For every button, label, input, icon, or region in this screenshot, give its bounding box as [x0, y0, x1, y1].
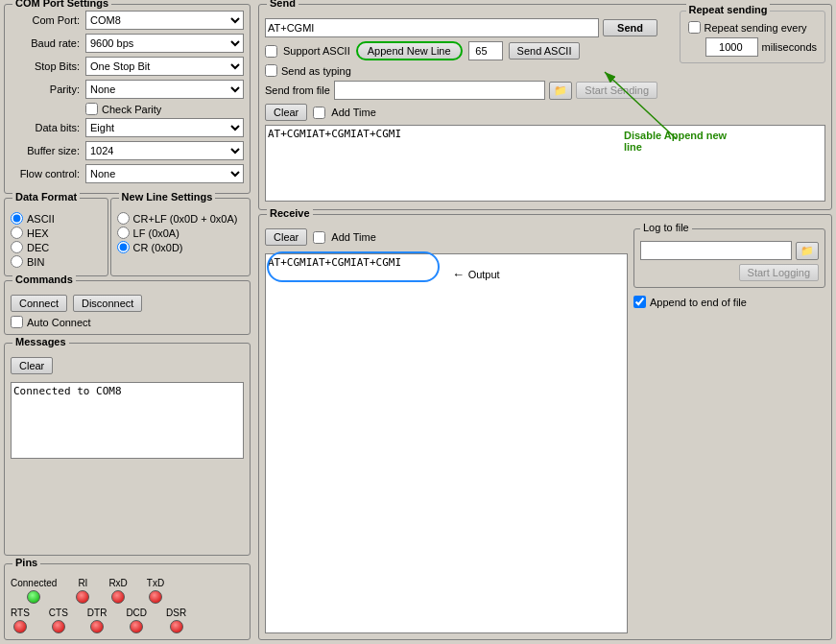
- send-file-browse-button[interactable]: 📁: [549, 82, 572, 100]
- bin-radio[interactable]: [11, 255, 23, 268]
- pin-connected: Connected: [11, 578, 57, 604]
- lf-radio[interactable]: [117, 227, 130, 239]
- dec-radio[interactable]: [11, 241, 23, 253]
- send-textarea[interactable]: AT+CGMIAT+CGMIAT+CGMI: [265, 125, 825, 202]
- ascii-radio-row: ASCII: [11, 212, 102, 225]
- pin-ri-led: [76, 590, 89, 604]
- append-new-line-button[interactable]: Append New Line: [356, 41, 463, 60]
- pin-connected-label: Connected: [11, 578, 57, 588]
- pin-cts-led: [52, 620, 65, 633]
- hex-label: HEX: [27, 227, 49, 239]
- folder-icon: 📁: [554, 84, 567, 96]
- send-button[interactable]: Send: [603, 19, 657, 36]
- pin-dtr-label: DTR: [87, 608, 107, 618]
- check-parity-label: Check Parity: [102, 104, 161, 115]
- hex-radio[interactable]: [11, 227, 23, 239]
- receive-area-wrapper: AT+CGMIAT+CGMIAT+CGMI ← Output: [265, 250, 628, 633]
- commands-row: Connect Disconnect: [11, 295, 244, 312]
- commands-title: Commands: [12, 274, 76, 285]
- append-end-row: Append to end of file: [633, 296, 825, 308]
- stop-bits-select[interactable]: One Stop Bit: [85, 57, 244, 76]
- messages-clear-button[interactable]: Clear: [11, 357, 53, 374]
- send-title: Send: [267, 0, 299, 9]
- com-port-row: Com Port: COM8: [11, 11, 244, 30]
- support-ascii-checkbox[interactable]: [265, 45, 277, 58]
- newline-title: New Line Settings: [119, 191, 216, 203]
- pins-row1: Connected RI RxD TxD: [11, 578, 244, 604]
- pin-rxd-led: [111, 590, 125, 604]
- milliseconds-label: miliseconds: [762, 41, 817, 53]
- pin-cts: CTS: [49, 608, 68, 633]
- ascii-radio[interactable]: [11, 212, 23, 225]
- bin-radio-row: BIN: [11, 255, 102, 268]
- log-file-title: Log to file: [640, 222, 692, 233]
- pin-ri-label: RI: [78, 578, 87, 588]
- num-input[interactable]: [468, 41, 503, 60]
- send-ascii-button[interactable]: Send ASCII: [509, 42, 581, 60]
- append-end-checkbox[interactable]: [633, 296, 646, 308]
- messages-textarea[interactable]: [11, 382, 244, 459]
- receive-right: Log to file 📁 Start Logging Append to en…: [633, 228, 825, 633]
- log-folder-icon: 📁: [800, 245, 814, 256]
- newline-settings-group: New Line Settings CR+LF (0x0D + 0x0A) LF…: [110, 198, 251, 276]
- pin-connected-led: [27, 590, 40, 604]
- send-input-field[interactable]: [265, 18, 599, 37]
- com-port-select[interactable]: COM8: [85, 11, 244, 30]
- auto-connect-label: Auto Connect: [27, 317, 91, 328]
- log-file-input[interactable]: [640, 241, 792, 260]
- buffer-size-select[interactable]: 1024: [85, 141, 244, 160]
- com-port-settings-title: COM Port Settings: [12, 0, 111, 9]
- receive-clear-button[interactable]: Clear: [265, 228, 307, 246]
- crlf-radio[interactable]: [117, 212, 130, 225]
- lf-radio-row: LF (0x0A): [117, 227, 244, 239]
- receive-add-time-checkbox[interactable]: [313, 231, 325, 244]
- auto-connect-checkbox[interactable]: [11, 316, 23, 328]
- messages-group: Messages Clear: [4, 343, 251, 556]
- start-sending-button[interactable]: Start Sending: [576, 82, 657, 99]
- pin-rts-led: [13, 620, 27, 633]
- repeat-sending-checkbox[interactable]: [688, 21, 701, 34]
- disconnect-button[interactable]: Disconnect: [73, 295, 142, 312]
- repeat-sending-title: Repeat sending: [686, 4, 771, 15]
- com-port-label: Com Port:: [11, 14, 80, 26]
- add-time-checkbox[interactable]: [313, 107, 325, 119]
- send-file-input[interactable]: [334, 81, 545, 100]
- add-time-label: Add Time: [331, 107, 375, 118]
- check-parity-row: Check Parity: [85, 103, 244, 115]
- receive-textarea[interactable]: AT+CGMIAT+CGMIAT+CGMI: [265, 253, 628, 633]
- repeat-sending-row: Repeat sending every: [688, 21, 817, 34]
- hex-radio-row: HEX: [11, 227, 102, 239]
- send-from-file-label: Send from file: [265, 84, 330, 96]
- pins-group: Pins Connected RI RxD TxD: [4, 563, 251, 640]
- start-logging-button[interactable]: Start Logging: [739, 264, 819, 281]
- repeat-ms-row: miliseconds: [688, 37, 817, 57]
- send-as-typing-checkbox[interactable]: [265, 64, 277, 77]
- data-bits-row: Data bits: Eight: [11, 118, 244, 137]
- receive-group: Receive Clear Add Time AT+CGMIAT+CGMIAT+…: [258, 214, 832, 640]
- connect-button[interactable]: Connect: [11, 295, 67, 312]
- send-clear-button[interactable]: Clear: [265, 104, 307, 121]
- parity-row: Parity: None: [11, 80, 244, 99]
- pin-txd: TxD: [147, 578, 164, 604]
- check-parity-checkbox[interactable]: [85, 103, 98, 115]
- pin-rts: RTS: [11, 608, 30, 633]
- append-end-label: Append to end of file: [650, 297, 747, 308]
- log-file-browse-button[interactable]: 📁: [796, 242, 819, 260]
- receive-content: Clear Add Time AT+CGMIAT+CGMIAT+CGMI ← O…: [265, 228, 825, 633]
- cr-label: CR (0x0D): [133, 242, 183, 253]
- baud-rate-label: Baud rate:: [11, 37, 80, 49]
- baud-rate-select[interactable]: 9600 bps: [85, 34, 244, 53]
- dec-label: DEC: [27, 242, 49, 253]
- support-ascii-label: Support ASCII: [283, 45, 350, 57]
- dec-radio-row: DEC: [11, 241, 102, 253]
- messages-title: Messages: [12, 336, 69, 347]
- data-bits-select[interactable]: Eight: [85, 118, 244, 137]
- right-panel: Send Repeat sending Repeat sending every…: [254, 0, 836, 644]
- repeat-ms-input[interactable]: [705, 37, 758, 57]
- pin-cts-label: CTS: [49, 608, 68, 618]
- flow-control-select[interactable]: None: [85, 164, 244, 183]
- parity-select[interactable]: None: [85, 80, 244, 99]
- repeat-sending-group: Repeat sending Repeat sending every mili…: [680, 11, 825, 63]
- cr-radio[interactable]: [117, 241, 130, 253]
- send-as-typing-label: Send as typing: [281, 65, 351, 77]
